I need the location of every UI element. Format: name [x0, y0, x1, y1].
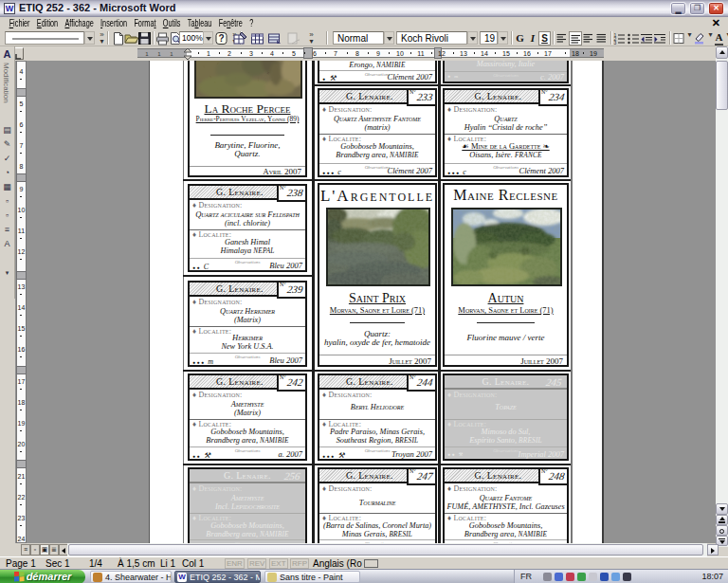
svg-text:?: ? — [218, 33, 224, 44]
svg-text:3: 3 — [614, 40, 617, 45]
